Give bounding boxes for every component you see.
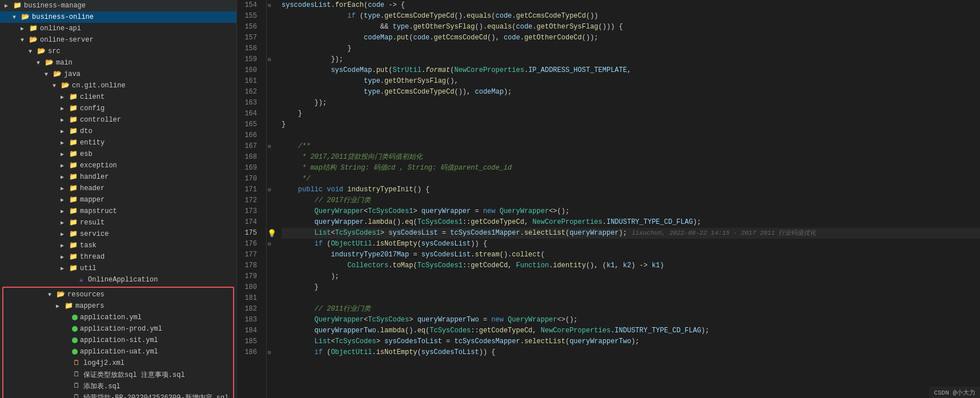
sidebar-item-mappers[interactable]: ▶ 📁 mappers bbox=[3, 300, 233, 312]
folder-open-icon: 📂 bbox=[61, 81, 70, 90]
sidebar-item-label: result bbox=[80, 219, 105, 227]
sidebar-item-mapstruct[interactable]: ▶ 📁 mapstruct bbox=[0, 206, 236, 217]
sidebar-item-label: business-manage bbox=[24, 2, 86, 10]
sidebar-item-main[interactable]: ▼ 📂 main bbox=[0, 57, 236, 69]
code-line-157: codeMap.put(code.getCcmsCodeCd(), code.g… bbox=[282, 33, 980, 43]
file-tree[interactable]: ▶ 📁 business-manage ▼ 📂 business-online … bbox=[0, 0, 237, 398]
expand-arrow: ▶ bbox=[61, 162, 69, 169]
sidebar-item-label: client bbox=[80, 93, 105, 101]
folder-icon: 📁 bbox=[29, 24, 38, 33]
expand-arrow: ▶ bbox=[21, 25, 29, 32]
sidebar-item-dto[interactable]: ▶ 📁 dto bbox=[0, 126, 236, 137]
sidebar-item-label: src bbox=[48, 47, 61, 55]
sidebar-item-cn-git-online[interactable]: ▼ 📂 cn.git.online bbox=[0, 80, 236, 91]
sidebar-item-business-online[interactable]: ▼ 📂 business-online bbox=[0, 11, 236, 23]
code-line-163: }); bbox=[282, 98, 980, 108]
code-line-165: } bbox=[282, 119, 980, 130]
sidebar-item-business-manage[interactable]: ▶ 📁 business-manage bbox=[0, 0, 236, 11]
sidebar-item-config[interactable]: ▶ 📁 config bbox=[0, 103, 236, 114]
sidebar-item-label: java bbox=[64, 70, 81, 78]
folder-icon: 📁 bbox=[69, 115, 78, 124]
sidebar-item-label: mapstruct bbox=[80, 207, 117, 215]
sidebar-item-result[interactable]: ▶ 📁 result bbox=[0, 217, 236, 228]
expand-arrow: ▶ bbox=[61, 174, 69, 180]
sidebar-item-log4j2-xml[interactable]: 🗒 log4j2.xml bbox=[3, 357, 233, 369]
sidebar-item-src[interactable]: ▼ 📂 src bbox=[0, 46, 236, 57]
code-line-162: type.getCcmsCodeTypeCd()), codeMap); bbox=[282, 87, 980, 98]
sidebar-item-task[interactable]: ▶ 📁 task bbox=[0, 240, 236, 251]
code-line-161: type.getOtherSysFlag(), bbox=[282, 76, 980, 87]
folder-icon: 📁 bbox=[69, 264, 78, 273]
sidebar-item-online-application[interactable]: ☕ OnlineApplication bbox=[0, 274, 236, 286]
sidebar-item-application-yml[interactable]: application.yml bbox=[3, 312, 233, 323]
folder-icon: 📁 bbox=[69, 252, 78, 262]
sidebar-item-label: header bbox=[80, 184, 105, 192]
sidebar-item-sql1[interactable]: 🗒 保证类型放款sql 注意事项.sql bbox=[3, 369, 233, 380]
sidebar-item-application-uat-yml[interactable]: application-uat.yml bbox=[3, 346, 233, 357]
code-line-180: } bbox=[282, 282, 980, 293]
sidebar-item-label: service bbox=[80, 230, 109, 238]
sidebar-item-entity[interactable]: ▶ 📁 entity bbox=[0, 137, 236, 148]
sidebar-item-handler[interactable]: ▶ 📁 handler bbox=[0, 171, 236, 183]
folder-open-icon: 📂 bbox=[21, 13, 30, 22]
code-line-182: // 2011行业门类 bbox=[282, 304, 980, 315]
sidebar-item-esb[interactable]: ▶ 📁 esb bbox=[0, 148, 236, 160]
sidebar-item-online-api[interactable]: ▶ 📁 online-api bbox=[0, 23, 236, 34]
code-line-173: QueryWrapper<TcSysCodes1> queryWrapper =… bbox=[282, 206, 980, 217]
sidebar-item-resources[interactable]: ▼ 📂 resources bbox=[3, 289, 233, 300]
code-line-154: syscodesList.forEach(code -> { bbox=[282, 0, 980, 11]
code-line-172: // 2017行业门类 bbox=[282, 195, 980, 206]
folder-icon: 📁 bbox=[69, 127, 78, 136]
sidebar-item-controller[interactable]: ▶ 📁 controller bbox=[0, 114, 236, 126]
xml-file-icon: 🗒 bbox=[72, 359, 81, 368]
expand-arrow: ▶ bbox=[61, 185, 69, 192]
sidebar-item-thread[interactable]: ▶ 📁 thread bbox=[0, 251, 236, 263]
expand-arrow: ▶ bbox=[61, 265, 69, 272]
expand-arrow: ▶ bbox=[61, 231, 69, 238]
sidebar-item-label: application-uat.yml bbox=[80, 348, 158, 356]
sidebar-item-exception[interactable]: ▶ 📁 exception bbox=[0, 160, 236, 171]
sidebar-item-label: 保证类型放款sql 注意事项.sql bbox=[83, 370, 185, 380]
resources-section: ▼ 📂 resources ▶ 📁 mappers application.ym… bbox=[2, 287, 234, 398]
folder-icon: 📁 bbox=[69, 172, 78, 182]
sql-file-icon: 🗒 bbox=[72, 370, 81, 379]
sidebar-item-application-sit-yml[interactable]: application-sit.yml bbox=[3, 335, 233, 346]
sidebar-item-label: entity bbox=[80, 139, 105, 147]
sidebar-item-mapper[interactable]: ▶ 📁 mapper bbox=[0, 194, 236, 206]
sidebar-item-label: cn.git.online bbox=[72, 82, 126, 90]
code-editor: 154 155 156 157 158 159 160 161 162 163 … bbox=[237, 0, 980, 398]
sidebar-item-sql2[interactable]: 🗒 添加表.sql bbox=[3, 380, 233, 392]
folder-open-icon: 📂 bbox=[37, 47, 46, 56]
sidebar-item-java[interactable]: ▼ 📂 java bbox=[0, 69, 236, 80]
folder-open-icon: 📂 bbox=[45, 58, 54, 67]
sidebar-item-label: thread bbox=[80, 253, 105, 261]
code-line-164: } bbox=[282, 108, 980, 119]
code-line-171: public void industryTypeInit() { bbox=[282, 184, 980, 195]
expand-arrow: ▼ bbox=[37, 60, 45, 66]
bottom-bar: CSDN @小大力 bbox=[929, 387, 980, 398]
folder-icon: 📁 bbox=[69, 184, 78, 193]
sidebar-item-util[interactable]: ▶ 📁 util bbox=[0, 263, 236, 274]
expand-arrow: ▼ bbox=[13, 14, 21, 21]
sidebar-item-sql3[interactable]: 🗒 经营贷款-BR-2022042526309-新增内容.sql bbox=[3, 392, 233, 398]
expand-arrow: ▶ bbox=[61, 105, 69, 112]
sidebar-item-client[interactable]: ▶ 📁 client bbox=[0, 91, 236, 103]
folder-icon: 📁 bbox=[69, 150, 78, 159]
sidebar-item-label: resources bbox=[67, 291, 105, 299]
code-line-167: /** bbox=[282, 141, 980, 152]
folder-icon: 📁 bbox=[69, 104, 78, 113]
expand-arrow: ▼ bbox=[21, 37, 29, 43]
expand-arrow: ▶ bbox=[61, 139, 69, 146]
sidebar-item-label: 经营贷款-BR-2022042526309-新增内容.sql bbox=[83, 393, 228, 399]
sidebar-item-service[interactable]: ▶ 📁 service bbox=[0, 228, 236, 240]
code-line-175: List<TcSysCodes1> sysCodesList = tcSysCo… bbox=[282, 228, 980, 239]
folder-icon: 📁 bbox=[64, 301, 73, 311]
sidebar-item-header[interactable]: ▶ 📁 header bbox=[0, 183, 236, 194]
sidebar-item-online-server[interactable]: ▼ 📂 online-server bbox=[0, 34, 236, 46]
expand-arrow: ▶ bbox=[61, 254, 69, 260]
sidebar-item-application-prod-yml[interactable]: application-prod.yml bbox=[3, 323, 233, 335]
expand-arrow: ▶ bbox=[61, 242, 69, 249]
code-editor-lines[interactable]: syscodesList.forEach(code -> { if (type.… bbox=[277, 0, 980, 398]
code-line-179: ); bbox=[282, 271, 980, 282]
code-line-176: if (ObjectUtil.isNotEmpty(sysCodesList))… bbox=[282, 239, 980, 250]
